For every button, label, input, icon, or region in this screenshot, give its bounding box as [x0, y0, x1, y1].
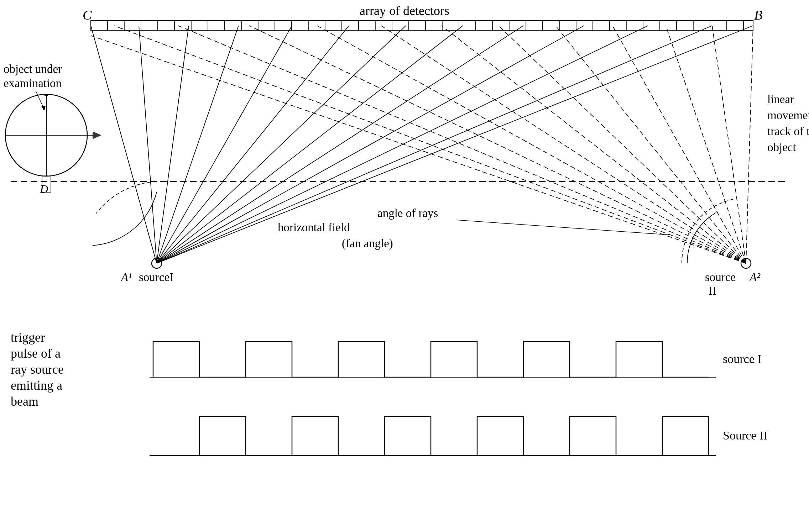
trigger-label-line2: pulse of a	[11, 346, 61, 360]
svg-line-62	[499, 26, 746, 263]
movement-label: movement	[767, 109, 809, 122]
svg-rect-13	[292, 21, 308, 31]
svg-rect-5	[158, 21, 174, 31]
svg-rect-3	[124, 21, 141, 31]
linear-movement-label: linear	[767, 93, 794, 106]
svg-line-65	[317, 26, 746, 263]
b-label: B	[754, 7, 762, 22]
svg-rect-22	[442, 21, 459, 31]
svg-line-67	[178, 26, 746, 263]
svg-rect-27	[526, 21, 543, 31]
svg-rect-1	[91, 21, 108, 31]
svg-rect-39	[727, 21, 743, 31]
trigger-label-line5: beam	[11, 394, 38, 409]
source2b-label: II	[709, 284, 716, 297]
svg-line-58	[712, 26, 746, 263]
svg-line-54	[157, 26, 648, 263]
track-of-label: track of the	[767, 125, 809, 138]
svg-line-60	[612, 26, 746, 263]
svg-rect-4	[141, 21, 158, 31]
source-i-label: source I	[723, 352, 762, 365]
svg-line-56	[157, 26, 753, 263]
svg-rect-18	[375, 21, 392, 31]
svg-rect-34	[643, 21, 660, 31]
source-ii-waveform	[153, 416, 709, 455]
source-i-waveform	[153, 342, 709, 377]
svg-rect-15	[325, 21, 342, 31]
svg-rect-32	[610, 21, 626, 31]
source1-label: sourceI	[139, 271, 173, 284]
svg-line-47	[157, 26, 239, 263]
svg-line-57	[746, 26, 753, 263]
object-track-label: object	[767, 141, 796, 154]
svg-line-63	[442, 26, 746, 263]
svg-marker-73	[93, 132, 101, 139]
svg-line-55	[157, 26, 712, 263]
svg-rect-2	[108, 21, 124, 31]
svg-line-46	[157, 26, 189, 263]
svg-rect-37	[693, 21, 710, 31]
svg-rect-30	[576, 21, 593, 31]
trigger-label-line1: trigger	[11, 330, 45, 344]
svg-line-68	[114, 26, 746, 263]
svg-rect-21	[426, 21, 442, 31]
svg-rect-23	[459, 21, 476, 31]
svg-line-79	[456, 220, 669, 235]
svg-rect-8	[208, 21, 225, 31]
svg-rect-11	[258, 21, 275, 31]
svg-line-53	[157, 26, 584, 263]
c-label: C	[83, 7, 92, 22]
svg-rect-31	[593, 21, 610, 31]
svg-rect-16	[342, 21, 359, 31]
source2-label: source	[705, 271, 736, 284]
object-label-line1: object under	[4, 63, 62, 75]
svg-rect-28	[543, 21, 559, 31]
svg-rect-24	[476, 21, 492, 31]
trigger-label-line4: emitting a	[11, 378, 62, 393]
svg-rect-19	[392, 21, 409, 31]
svg-line-59	[666, 26, 746, 263]
svg-rect-17	[359, 21, 375, 31]
svg-rect-29	[559, 21, 576, 31]
svg-rect-7	[191, 21, 208, 31]
svg-line-48	[157, 26, 292, 263]
svg-line-45	[139, 26, 157, 263]
array-of-detectors-label: array of detectors	[360, 4, 449, 18]
object-label-line2: examination	[4, 77, 62, 90]
a2-label: A²	[749, 271, 761, 284]
a1-label: A¹	[120, 271, 132, 284]
angle-of-rays-label: angle of rays	[377, 207, 438, 220]
svg-rect-20	[409, 21, 426, 31]
svg-rect-9	[225, 21, 241, 31]
svg-rect-35	[660, 21, 677, 31]
svg-rect-36	[677, 21, 693, 31]
horizontal-field-label: horizontal field	[278, 221, 350, 234]
svg-line-69	[91, 36, 746, 263]
svg-rect-14	[308, 21, 325, 31]
svg-rect-25	[492, 21, 509, 31]
trigger-label-line3: ray source	[11, 362, 64, 376]
svg-rect-12	[275, 21, 292, 31]
fan-angle-label: (fan angle)	[342, 237, 393, 250]
d-symbol: D	[40, 183, 48, 195]
svg-line-44	[91, 26, 157, 263]
source-ii-label: Source II	[723, 429, 768, 442]
